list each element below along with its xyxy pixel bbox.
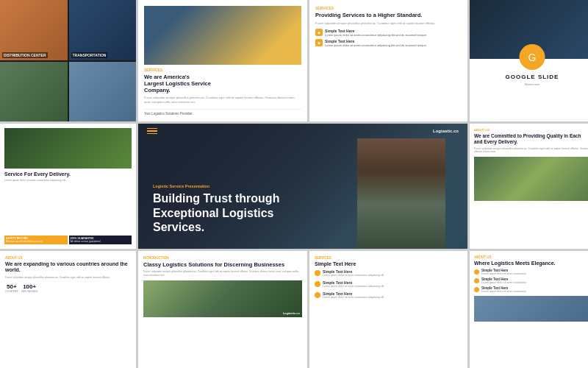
slide10-dot1 [315,270,320,276]
slide3-feature1-body: Lorem ipsum dolor sit amet consectetur a… [325,33,426,37]
slides-grid: Distribution Center Transportation SERVI… [0,0,588,368]
slide11-dot3 [474,287,479,292]
slide3-feature1: ◆ Simple Text Here Lorem ipsum dolor sit… [315,29,462,37]
hero-worker-figure [357,138,445,249]
hero-header: Logiastic.co [138,124,467,138]
google-badge: G [520,44,545,70]
google-slide-text: GOOGLE SLIDE [470,74,588,80]
slide-hero-main: Logiastic.co Logistic Service Presentati… [138,124,467,249]
slide8-headline: We are expanding to various countries ar… [5,261,131,274]
slide10-headline: Simple Text Here [315,261,462,267]
slide7-warehouse-image [474,157,588,201]
slide5-bar-safety: SAFETY RECORD Minimum trip risk eliminat… [4,236,68,244]
slide8-body: Fusce vulputate semper phasellus pharetr… [5,276,131,280]
thumb-label-1: Distribution Center [2,52,48,58]
slide11-feature3: Simple Text Here Lorem ipsum dolor sit a… [474,286,588,293]
thumb-label-2: Transportation [71,52,108,58]
slide11-dot2 [474,278,479,283]
slide8-tag: ABOUT US [5,256,131,260]
slide11-bottom-image [474,296,588,322]
slide11-tag: ABOUT US [474,255,588,259]
slide8-stat-packages: 100+ SAFE PACKAGE [21,283,38,293]
slide-expanding: ABOUT US We are expanding to various cou… [0,251,136,368]
stat-countries-label: COUNTRIES [5,290,18,293]
slide10-feature1: Simple Text Here Lorem ipsum dolor sit a… [315,269,462,277]
slide5-worker-image [4,128,132,169]
thumb-plane [69,62,137,122]
slide7-tag: ABOUT US [474,128,588,132]
thumb-worker [0,62,68,122]
slide4-subtitle: Warehouse [470,82,588,86]
slide10-feat3-body: Lorem ipsum dolor sit amet consectetur a… [323,296,384,299]
slide11-feat2-body: Lorem ipsum dolor sit amet consectetur [481,281,526,284]
slide9-body: Fusce vulputate semper phasellus pharetr… [143,270,302,277]
slide-google-slide: G GOOGLE SLIDE Warehouse [470,0,588,121]
thumb-transportation: Transportation [69,0,137,60]
stat-packages-num: 100+ [21,283,38,290]
slide5-headline: Service For Every Delivery. [4,171,132,177]
slide10-tag: SERVICES [315,256,462,260]
slide3-feature2-body: Lorem ipsum dolor sit amet consectetur a… [325,43,426,47]
slide-committed: ABOUT US We are Committed to Providing Q… [470,124,588,249]
slide7-headline: We are Committed to Providing Quality in… [474,133,588,145]
slide10-feat2-body: Lorem ipsum dolor sit amet consectetur a… [323,285,384,288]
slide2-crane-image [144,6,301,65]
slide4-top-image: G [470,0,588,59]
slide10-dot3 [315,292,320,298]
slide5-bottom-bar: SAFETY RECORD Minimum trip risk eliminat… [4,236,132,244]
slide11-feature2: Simple Text Here Lorem ipsum dolor sit a… [474,277,588,284]
slide9-bottom-image: Logiastic.co [143,280,302,317]
slide2-footer: Your Logistics Solutions Provider [144,109,301,116]
slide-classy-logistics: INTRODUCTION Classy Logistics Solutions … [138,251,307,368]
hero-content: Logistic Service Presentation Building T… [153,184,300,234]
slide11-feat3-body: Lorem ipsum dolor sit amet consectetur [481,290,526,293]
slide10-feature2: Simple Text Here Lorem ipsum dolor sit a… [315,280,462,288]
slide11-feature1: Simple Text Here Lorem ipsum dolor sit a… [474,269,588,275]
slide9-tag: INTRODUCTION [143,256,302,260]
slide8-stat-countries: 50+ COUNTRIES [5,283,18,293]
slide-where-logistics: ABOUT US Where Logistics Meets Elegance.… [470,251,588,368]
slide10-feature3: Simple Text Here Lorem ipsum dolor sit a… [315,291,462,299]
slide-simple-features: SERVICES Simple Text Here Simple Text He… [309,251,467,368]
slide-providing-services: SERVICES Providing Services to a Higher … [309,0,467,121]
site-name: Logiastic.co [433,129,459,133]
hero-pre-title: Logistic Service Presentation [153,184,300,188]
slide11-feature-list: Simple Text Here Lorem ipsum dolor sit a… [474,269,588,293]
slide2-tag: SERVICES [144,68,301,72]
google-icon: G [528,52,537,63]
slide11-dot1 [474,269,479,275]
slide3-body: Fusce vulputate semper phasellus pharetr… [315,21,462,26]
slide2-headline: We are America's Largest Logistics Servi… [144,74,301,93]
slide-americas-largest: SERVICES We are America's Largest Logist… [138,0,307,121]
slide10-dot2 [315,281,320,287]
slide9-logo: Logiastic.co [283,311,300,315]
slide10-feature-list: Simple Text Here Lorem ipsum dolor sit a… [315,269,462,299]
slide11-headline: Where Logistics Meets Elegance. [474,261,588,266]
slide3-tag: SERVICES [315,6,462,10]
slide8-stats: 50+ COUNTRIES 100+ SAFE PACKAGE [5,283,131,293]
slide5-body: Lorem ipsum dolor sit amet consectetur a… [4,179,132,183]
hero-headline: Building Trust through Exceptional Logis… [153,191,300,234]
slide3-headline: Providing Services to a Higher Standard. [315,12,462,18]
thumb-distribution: Distribution Center [0,0,68,60]
slide3-feature2: ◆ Simple Text Here Lorem ipsum dolor sit… [315,39,462,47]
slide10-feat1-body: Lorem ipsum dolor sit amet consectetur a… [323,274,384,277]
slide-service-delivery: Service For Every Delivery. Lorem ipsum … [0,124,136,249]
slide11-feat1-body: Lorem ipsum dolor sit amet consectetur [481,272,526,275]
menu-icon [147,128,157,135]
stat-countries-num: 50+ [5,283,18,290]
stat-packages-label: SAFE PACKAGE [21,290,38,293]
worker-silhouette [357,138,445,249]
slide5-bar-guarantee: 100% GUARANTEE We deliver on time guaran… [69,236,132,244]
slide2-body: Fusce vulputate semper phasellus pharetr… [144,96,301,104]
slide7-body: Fusce vulputate semper phasellus pharetr… [474,147,588,155]
slide9-headline: Classy Logistics Solutions for Discernin… [143,261,302,268]
slide-thumbnails: Distribution Center Transportation [0,0,136,121]
